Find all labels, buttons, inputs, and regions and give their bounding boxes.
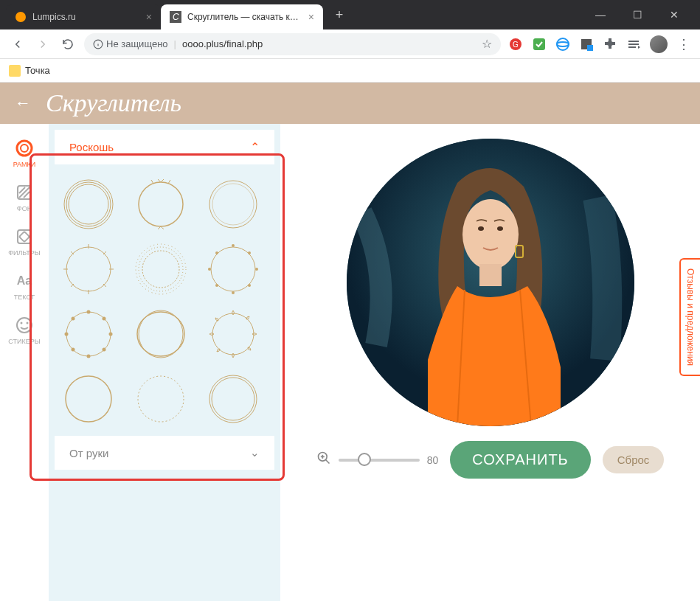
slider-thumb[interactable] (358, 453, 371, 466)
extension-icon[interactable] (579, 37, 594, 52)
media-icon[interactable] (626, 37, 641, 52)
tab-stickers[interactable]: СТИКЕРЫ (0, 308, 49, 352)
tab-label: СТИКЕРЫ (8, 338, 40, 345)
svg-point-69 (212, 378, 254, 420)
svg-rect-13 (628, 41, 639, 42)
category-luxury[interactable]: Роскошь ⌃ (55, 130, 274, 164)
background-icon (15, 183, 34, 202)
close-icon[interactable]: × (146, 11, 152, 23)
svg-point-48 (255, 268, 258, 271)
zoom-in-icon[interactable] (316, 451, 331, 469)
browser-chrome: Lumpics.ru × C Скруглитель — скачать кру… (0, 0, 700, 83)
tab-favicon-app: C (170, 11, 181, 23)
canvas-area: 80 СОХРАНИТЬ Сброс (280, 124, 700, 601)
forward-button[interactable] (34, 35, 52, 53)
frame-option[interactable] (204, 240, 263, 299)
svg-point-44 (136, 244, 186, 294)
svg-point-47 (248, 251, 251, 254)
maximize-button[interactable]: ☐ (626, 9, 648, 21)
frames-icon (15, 139, 34, 158)
reload-button[interactable] (59, 35, 77, 53)
reset-button[interactable]: Сброс (603, 446, 665, 473)
browser-tab-lumpics[interactable]: Lumpics.ru × (6, 4, 161, 29)
close-icon[interactable]: × (308, 11, 314, 23)
svg-point-75 (497, 226, 503, 231)
zoom-slider[interactable] (339, 459, 420, 462)
zoom-value: 80 (427, 454, 439, 466)
tab-title: Скруглитель — скачать круглу... (187, 12, 302, 22)
tab-label: ФОН (17, 205, 32, 212)
tab-filters[interactable]: ФИЛЬТРЫ (0, 220, 49, 264)
close-window-button[interactable]: ✕ (663, 9, 685, 21)
tab-bar: Lumpics.ru × C Скруглитель — скачать кру… (0, 0, 700, 29)
frame-option[interactable] (59, 369, 118, 428)
browser-tab-active[interactable]: C Скруглитель — скачать круглу... × (161, 4, 323, 29)
tab-background[interactable]: ФОН (0, 176, 49, 220)
svg-point-71 (462, 199, 519, 270)
frame-option[interactable] (204, 369, 263, 428)
extensions-menu-icon[interactable] (603, 37, 617, 52)
extension-icon[interactable] (532, 37, 547, 52)
svg-point-56 (103, 317, 106, 321)
frame-option[interactable] (59, 240, 118, 299)
svg-point-58 (103, 348, 106, 352)
svg-point-32 (212, 184, 254, 225)
svg-text:C: C (173, 12, 179, 22)
address-field[interactable]: Не защищено | oooo.plus/final.php ☆ (84, 33, 501, 55)
svg-point-29 (69, 184, 108, 224)
feedback-tab[interactable]: Отзывы и предложения (679, 258, 700, 376)
svg-point-26 (27, 322, 29, 324)
svg-rect-12 (587, 45, 593, 51)
extension-icon[interactable] (555, 37, 570, 52)
category-label: От руки (69, 447, 108, 459)
back-button[interactable] (9, 35, 27, 53)
svg-text:G: G (513, 41, 519, 49)
new-tab-button[interactable]: + (329, 4, 350, 25)
app-back-button[interactable]: ← (15, 94, 31, 113)
frame-option[interactable] (59, 175, 118, 234)
security-indicator[interactable]: Не защищено (93, 38, 168, 49)
side-tabs: РАМКИ ФОН ФИЛЬТРЫ Aa ТЕКСТ (0, 124, 49, 601)
svg-point-30 (139, 182, 183, 226)
profile-avatar[interactable] (650, 35, 668, 53)
bookmarks-bar: Точка (0, 59, 700, 83)
svg-line-77 (325, 460, 329, 464)
preview-content (347, 139, 634, 426)
frame-option[interactable] (131, 305, 190, 364)
chevron-down-icon: ⌄ (250, 446, 260, 459)
frame-option[interactable] (131, 175, 190, 234)
tab-text[interactable]: Aa ТЕКСТ (0, 264, 49, 308)
frame-option[interactable] (59, 305, 118, 364)
svg-point-27 (64, 180, 113, 229)
text-icon: Aa (15, 271, 34, 291)
svg-point-17 (21, 145, 28, 152)
svg-rect-15 (628, 46, 636, 48)
frame-option[interactable] (204, 305, 263, 364)
category-handdrawn[interactable]: От руки ⌄ (55, 436, 274, 470)
chevron-up-icon: ⌃ (250, 140, 260, 154)
svg-point-64 (139, 310, 183, 358)
svg-point-24 (17, 318, 32, 333)
save-button[interactable]: СОХРАНИТЬ (450, 441, 591, 479)
svg-point-25 (21, 322, 23, 324)
frame-option[interactable] (131, 369, 190, 428)
security-label: Не защищено (106, 38, 168, 49)
tab-frames[interactable]: РАМКИ (0, 131, 49, 176)
svg-point-74 (478, 226, 484, 231)
svg-point-43 (142, 251, 179, 288)
svg-point-57 (109, 333, 113, 336)
menu-icon[interactable]: ⋮ (676, 37, 691, 52)
svg-point-66 (66, 376, 111, 422)
image-preview[interactable] (347, 139, 634, 426)
tab-title: Lumpics.ru (32, 12, 140, 22)
minimize-button[interactable]: — (589, 9, 611, 21)
frame-option[interactable] (204, 175, 263, 234)
bookmark-item[interactable]: Точка (25, 65, 50, 76)
tab-label: ФИЛЬТРЫ (8, 249, 41, 257)
sidebar: РАМКИ ФОН ФИЛЬТРЫ Aa ТЕКСТ (0, 124, 280, 601)
frame-option[interactable] (131, 240, 190, 299)
svg-point-60 (72, 348, 75, 352)
address-bar: Не защищено | oooo.plus/final.php ☆ G ⋮ (0, 29, 700, 59)
star-icon[interactable]: ☆ (482, 37, 492, 51)
extension-icon[interactable]: G (508, 37, 523, 52)
